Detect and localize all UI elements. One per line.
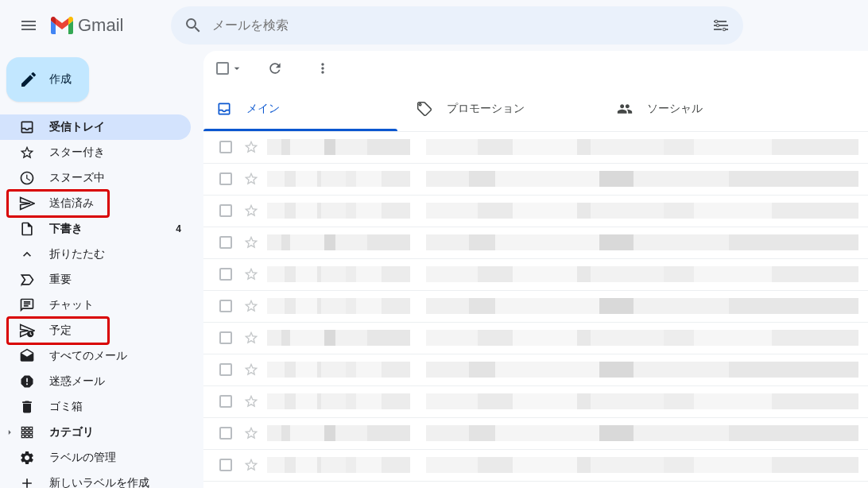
sidebar-item-snoozed[interactable]: スヌーズ中 bbox=[0, 165, 191, 191]
search-button[interactable] bbox=[177, 10, 209, 41]
refresh-button[interactable] bbox=[259, 52, 291, 84]
row-star[interactable] bbox=[238, 330, 264, 346]
mail-body-redacted bbox=[426, 457, 858, 473]
more-button[interactable] bbox=[307, 52, 339, 84]
row-star[interactable] bbox=[238, 171, 264, 187]
row-star[interactable] bbox=[238, 266, 264, 282]
row-checkbox[interactable] bbox=[213, 300, 238, 312]
mail-sender-redacted bbox=[267, 393, 410, 409]
svg-point-3 bbox=[715, 21, 717, 22]
sidebar-item-trash[interactable]: ゴミ箱 bbox=[0, 394, 191, 420]
sidebar-item-label: チャット bbox=[49, 298, 94, 312]
row-checkbox[interactable] bbox=[213, 268, 238, 281]
allmail-icon bbox=[19, 348, 35, 364]
star-outline-icon bbox=[243, 457, 259, 473]
mail-row[interactable] bbox=[203, 259, 868, 291]
sidebar-item-scheduled[interactable]: 予定 bbox=[0, 318, 191, 343]
mail-list bbox=[203, 132, 868, 488]
sidebar-item-starred[interactable]: スター付き bbox=[0, 140, 191, 165]
row-checkbox[interactable] bbox=[213, 236, 238, 249]
sidebar-item-spam[interactable]: 迷惑メール bbox=[0, 369, 191, 394]
gmail-logo-icon bbox=[51, 17, 73, 34]
checkbox-icon bbox=[219, 459, 232, 471]
mail-row[interactable] bbox=[203, 323, 868, 354]
sidebar-item-inbox[interactable]: 受信トレイ bbox=[0, 114, 191, 140]
compose-button[interactable]: 作成 bbox=[6, 57, 89, 102]
sidebar-item-managelabels[interactable]: ラベルの管理 bbox=[0, 445, 191, 471]
category-icon bbox=[19, 424, 35, 440]
logo-text: Gmail bbox=[78, 15, 123, 36]
row-checkbox[interactable] bbox=[213, 331, 238, 344]
sidebar-item-categories[interactable]: カテゴリ bbox=[0, 420, 191, 445]
sidebar-item-collapse[interactable]: 折りたたむ bbox=[0, 242, 191, 267]
tab-primary[interactable]: メイン bbox=[203, 87, 404, 131]
row-star[interactable] bbox=[238, 203, 264, 219]
star-outline-icon bbox=[243, 266, 259, 282]
search-input[interactable] bbox=[209, 18, 705, 33]
mail-row[interactable] bbox=[203, 450, 868, 482]
tab-promotions[interactable]: プロモーション bbox=[404, 87, 604, 131]
mail-row[interactable] bbox=[203, 227, 868, 259]
svg-point-5 bbox=[717, 25, 719, 26]
row-star[interactable] bbox=[238, 234, 264, 250]
sidebar-item-label: 新しいラベルを作成 bbox=[49, 476, 149, 488]
mail-sender-redacted bbox=[267, 362, 410, 378]
row-star[interactable] bbox=[238, 457, 264, 473]
row-checkbox[interactable] bbox=[213, 427, 238, 440]
select-all[interactable] bbox=[216, 62, 243, 75]
search-options-button[interactable] bbox=[705, 10, 737, 41]
row-checkbox[interactable] bbox=[213, 363, 238, 376]
row-star[interactable] bbox=[238, 393, 264, 409]
main-menu-button[interactable] bbox=[10, 6, 48, 45]
row-star[interactable] bbox=[238, 362, 264, 378]
tab-label: プロモーション bbox=[447, 102, 525, 116]
hamburger-icon bbox=[19, 16, 38, 35]
row-checkbox[interactable] bbox=[213, 141, 238, 153]
mail-row[interactable] bbox=[203, 132, 868, 164]
star-outline-icon bbox=[243, 362, 259, 378]
sidebar-item-sent[interactable]: 送信済み bbox=[0, 191, 191, 216]
mail-row[interactable] bbox=[203, 164, 868, 196]
row-star[interactable] bbox=[238, 298, 264, 314]
clock-icon bbox=[19, 170, 35, 186]
sidebar-item-label: スター付き bbox=[49, 145, 105, 160]
sidebar-item-label: 受信トレイ bbox=[49, 120, 105, 134]
mail-sender-redacted bbox=[267, 234, 410, 250]
search-bar bbox=[171, 6, 743, 45]
sidebar-item-chats[interactable]: チャット bbox=[0, 292, 191, 318]
sidebar-item-label: ラベルの管理 bbox=[49, 451, 116, 465]
row-star[interactable] bbox=[238, 425, 264, 441]
mail-row[interactable] bbox=[203, 354, 868, 386]
row-star[interactable] bbox=[238, 139, 264, 155]
mail-sender-redacted bbox=[267, 139, 410, 155]
mail-row[interactable] bbox=[203, 386, 868, 418]
mail-body-redacted bbox=[426, 330, 858, 346]
mail-row[interactable] bbox=[203, 291, 868, 323]
sidebar-item-drafts[interactable]: 下書き4 bbox=[0, 216, 191, 242]
tab-social[interactable]: ソーシャル bbox=[604, 87, 804, 131]
checkbox-icon bbox=[219, 172, 232, 185]
row-checkbox[interactable] bbox=[213, 204, 238, 217]
mail-body-redacted bbox=[426, 234, 858, 250]
sidebar-item-allmail[interactable]: すべてのメール bbox=[0, 343, 191, 369]
checkbox-icon bbox=[219, 204, 232, 217]
mail-body-redacted bbox=[426, 266, 858, 282]
row-checkbox[interactable] bbox=[213, 172, 238, 185]
send-icon bbox=[19, 196, 35, 211]
mail-row[interactable] bbox=[203, 418, 868, 450]
sidebar-item-label: 送信済み bbox=[49, 196, 94, 211]
sidebar-item-newlabel[interactable]: 新しいラベルを作成 bbox=[0, 471, 191, 488]
checkbox-icon bbox=[219, 395, 232, 408]
row-checkbox[interactable] bbox=[213, 395, 238, 408]
inbox-icon bbox=[216, 101, 232, 117]
row-checkbox[interactable] bbox=[213, 459, 238, 471]
header: Gmail bbox=[0, 0, 868, 51]
sidebar-item-label: 迷惑メール bbox=[49, 374, 105, 389]
star-outline-icon bbox=[243, 171, 259, 187]
logo[interactable]: Gmail bbox=[51, 15, 123, 36]
content: メインプロモーションソーシャル bbox=[203, 51, 868, 488]
sidebar-item-label: 下書き bbox=[49, 222, 83, 236]
sidebar-item-important[interactable]: 重要 bbox=[0, 267, 191, 292]
mail-row[interactable] bbox=[203, 196, 868, 227]
mail-row[interactable] bbox=[203, 482, 868, 488]
